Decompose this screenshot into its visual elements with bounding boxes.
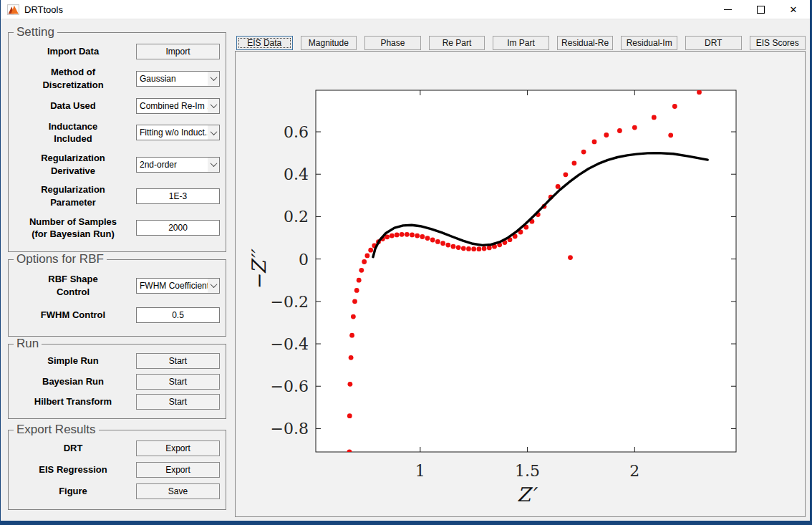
form-row: Regularization Parameter [10, 183, 220, 208]
panel-rows: RBF Shape ControlFWHM CoefficientFWHM Co… [9, 260, 226, 336]
eis-scatter-point [405, 232, 410, 237]
rbf-shape-control-select[interactable]: FWHM Coefficient [136, 278, 220, 294]
y-tick-label: 0.6 [284, 123, 309, 141]
eis-scatter-point [440, 241, 445, 246]
eis-scatter-point [568, 255, 573, 260]
eis-scatter-point [365, 254, 370, 259]
bayesian-run-label: Bayesian Run [10, 375, 136, 388]
settings-sidebar: SettingImport DataImportMethod of Discre… [8, 32, 226, 510]
panel-options-for-rbf: Options for RBFRBF Shape ControlFWHM Coe… [8, 259, 226, 337]
eis-regression-label: EIS Regression [10, 463, 136, 476]
eis-scatter-point [430, 238, 435, 243]
eis-scatter-point [564, 172, 569, 177]
fwhm-control-input[interactable] [136, 307, 220, 323]
eis-scatter-point [435, 239, 440, 244]
panel-export-results: Export ResultsDRTExportEIS RegressionExp… [8, 430, 226, 510]
number-of-samples-for-bayesian-run-input[interactable] [136, 220, 220, 236]
minimize-button[interactable] [711, 0, 744, 19]
eis-scatter-point [672, 104, 677, 109]
form-row: Inductance IncludedFitting w/o Induct... [10, 120, 220, 145]
tab-eis-data[interactable]: EIS Data [236, 36, 293, 50]
chevron-down-icon [208, 158, 219, 172]
y-tick-label: 0.2 [284, 208, 309, 226]
y-tick-label: −0.2 [271, 293, 309, 311]
eis-scatter-point [652, 115, 657, 120]
form-row: FWHM Control [10, 307, 220, 323]
regularization-derivative-select[interactable]: 2nd-order [136, 157, 220, 173]
eis-nyquist-chart: 11.52−0.8−0.6−0.4−0.200.20.40.6Z′−Z′′ [236, 52, 805, 516]
tab-im-part[interactable]: Im Part [493, 36, 549, 50]
panel-rows: DRTExportEIS RegressionExportFigureSave [9, 430, 226, 509]
eis-scatter-point [352, 299, 357, 304]
hilbert-transform-label: Hilbert Transform [10, 395, 136, 408]
form-row: Import DataImport [10, 44, 220, 59]
eis-scatter-point [368, 248, 373, 253]
figure-label: Figure [10, 485, 136, 498]
chevron-down-icon [208, 279, 219, 293]
eis-regression-button[interactable]: Export [136, 462, 220, 478]
eis-scatter-point [581, 150, 586, 155]
simple-run-button[interactable]: Start [136, 353, 220, 369]
plot-area [316, 90, 736, 452]
form-row: Simple RunStart [10, 353, 220, 369]
data-used-select[interactable]: Combined Re-Im ... [136, 98, 220, 114]
matlab-icon [7, 4, 19, 15]
tab-drt[interactable]: DRT [685, 36, 742, 50]
tab-phase[interactable]: Phase [364, 36, 421, 50]
maximize-button[interactable] [744, 0, 777, 19]
eis-scatter-point [420, 234, 425, 239]
y-tick-label: −0.6 [271, 377, 309, 395]
number-of-samples-for-bayesian-run-label: Number of Samples (for Bayesian Run) [10, 216, 136, 241]
eis-scatter-point [461, 246, 466, 251]
eis-scatter-point [395, 233, 400, 238]
form-row: DRTExport [10, 440, 220, 456]
tab-residual-im[interactable]: Residual-Im [621, 36, 677, 50]
tab-re-part[interactable]: Re Part [429, 36, 485, 50]
eis-scatter-point [349, 333, 354, 338]
inductance-included-label: Inductance Included [10, 120, 136, 145]
tab-eis-scores[interactable]: EIS Scores [750, 36, 806, 50]
eis-scatter-point [357, 278, 362, 283]
maximize-icon [757, 6, 765, 14]
close-button[interactable]: ✕ [777, 0, 810, 19]
panel-setting: SettingImport DataImportMethod of Discre… [8, 32, 226, 252]
title-bar: DRTtools ✕ [1, 0, 810, 19]
eis-scatter-point [347, 450, 352, 455]
x-axis-label: Z′ [517, 483, 538, 506]
y-tick-label: −0.8 [271, 420, 309, 438]
eis-scatter-point [477, 246, 482, 251]
tab-residual-re[interactable]: Residual-Re [557, 36, 614, 50]
form-row: Hilbert TransformStart [10, 394, 220, 410]
fwhm-control-label: FWHM Control [10, 309, 136, 322]
figure-button[interactable]: Save [136, 483, 220, 499]
tab-magnitude[interactable]: Magnitude [301, 36, 357, 50]
method-of-discretization-select[interactable]: Gaussian [136, 71, 220, 87]
eis-scatter-point [359, 268, 364, 273]
eis-scatter-point [390, 233, 395, 239]
y-tick-label: −0.4 [271, 335, 309, 353]
hilbert-transform-button[interactable]: Start [136, 394, 220, 410]
panel-title-setting: Setting [14, 25, 57, 39]
import-data-button[interactable]: Import [136, 44, 220, 59]
panel-title-options-for-rbf: Options for RBF [14, 252, 107, 266]
eis-scatter-point [466, 246, 471, 251]
window-controls: ✕ [711, 0, 810, 19]
regularization-parameter-input[interactable] [136, 188, 220, 204]
plot-tabbar: EIS DataMagnitudePhaseRe PartIm PartResi… [236, 36, 806, 50]
eis-scatter-point [354, 288, 359, 293]
eis-scatter-point [400, 232, 405, 237]
select-value: Gaussian [137, 72, 208, 86]
close-icon: ✕ [790, 5, 798, 14]
drt-button[interactable]: Export [136, 440, 220, 456]
form-row: Regularization Derivative2nd-order [10, 152, 220, 177]
method-of-discretization-label: Method of Discretization [10, 66, 136, 91]
data-used-label: Data Used [10, 100, 136, 112]
bayesian-run-button[interactable]: Start [136, 374, 220, 390]
eis-scatter-point [482, 246, 487, 251]
panel-title-run: Run [14, 337, 42, 351]
select-value: Combined Re-Im ... [137, 99, 208, 113]
y-tick-label: 0 [299, 251, 309, 269]
eis-scatter-point [410, 233, 415, 238]
eis-scatter-point [451, 244, 456, 249]
inductance-included-select[interactable]: Fitting w/o Induct... [136, 125, 220, 140]
